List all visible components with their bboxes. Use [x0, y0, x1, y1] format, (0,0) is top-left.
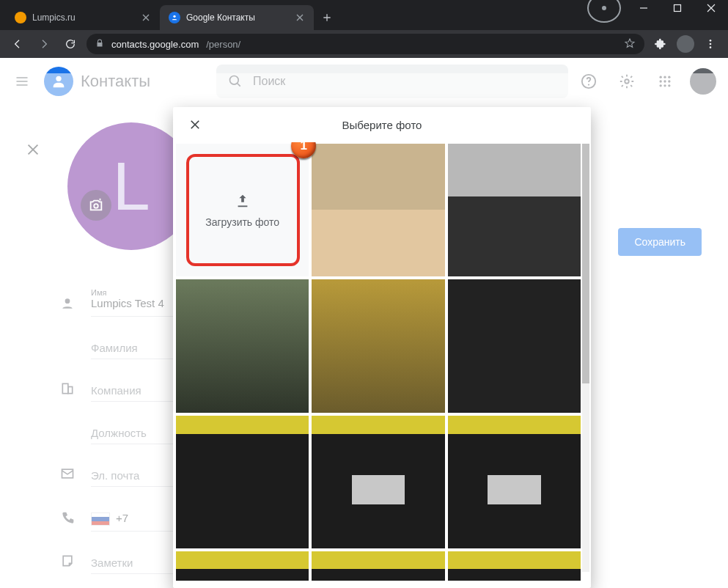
favicon	[169, 12, 180, 23]
address-bar: contacts.google.com/person/	[0, 30, 728, 58]
close-tab-icon[interactable]	[295, 12, 305, 23]
favicon	[15, 12, 26, 23]
svg-point-4	[710, 46, 712, 48]
url-path: /person/	[206, 39, 240, 50]
tab-strip: Lumpics.ru Google Контакты	[0, 0, 337, 30]
photo-thumbnail[interactable]	[176, 416, 309, 548]
tab-title: Lumpics.ru	[32, 12, 76, 23]
photo-thumbnail[interactable]	[312, 144, 444, 276]
photo-grid: Загрузить фото 1	[173, 142, 591, 588]
svg-point-3	[710, 43, 712, 45]
browser-menu-icon[interactable]	[700, 34, 721, 54]
highlight-box	[186, 154, 300, 266]
upload-label: Загрузить фото	[205, 216, 279, 228]
close-modal-button[interactable]	[185, 114, 205, 135]
svg-rect-1	[674, 5, 681, 12]
omnibox[interactable]: contacts.google.com/person/	[87, 34, 644, 54]
window-controls	[587, 0, 728, 30]
tab-title: Google Контакты	[186, 12, 255, 23]
photo-thumbnail[interactable]	[312, 416, 444, 548]
photo-thumbnail[interactable]	[176, 279, 309, 412]
close-window-button[interactable]	[694, 0, 728, 23]
svg-point-2	[710, 40, 712, 42]
photo-thumbnail[interactable]	[448, 551, 581, 581]
scroll-thumb[interactable]	[582, 144, 589, 383]
photo-thumbnail[interactable]	[312, 551, 444, 581]
scrollbar[interactable]	[582, 144, 589, 572]
bookmark-icon[interactable]	[624, 37, 636, 51]
photo-picker-modal: Выберите фото Загрузить фото 1	[173, 107, 591, 588]
new-tab-button[interactable]	[317, 7, 337, 28]
svg-point-0	[173, 15, 175, 18]
url-host: contacts.google.com	[111, 39, 199, 50]
maximize-button[interactable]	[661, 0, 694, 23]
photo-thumbnail[interactable]	[448, 144, 581, 276]
tab-google-contacts[interactable]: Google Контакты	[160, 5, 314, 30]
extensions-icon[interactable]	[650, 34, 671, 54]
forward-button[interactable]	[34, 34, 54, 54]
modal-header: Выберите фото	[173, 107, 591, 142]
tab-lumpics[interactable]: Lumpics.ru	[6, 5, 160, 30]
photo-thumbnail[interactable]	[176, 551, 309, 581]
back-button[interactable]	[7, 34, 28, 54]
modal-title: Выберите фото	[205, 119, 559, 131]
lock-icon	[95, 38, 104, 51]
minimize-button[interactable]	[627, 0, 661, 23]
photo-thumbnail[interactable]	[448, 416, 581, 548]
photo-thumbnail[interactable]	[448, 279, 581, 412]
upload-photo-button[interactable]: Загрузить фото 1	[176, 144, 309, 276]
photo-thumbnail[interactable]	[312, 279, 444, 412]
update-indicator-icon[interactable]	[587, 0, 621, 23]
reload-button[interactable]	[60, 34, 81, 54]
profile-avatar[interactable]	[677, 35, 694, 53]
close-tab-icon[interactable]	[141, 12, 151, 23]
browser-titlebar: Lumpics.ru Google Контакты	[0, 0, 728, 30]
